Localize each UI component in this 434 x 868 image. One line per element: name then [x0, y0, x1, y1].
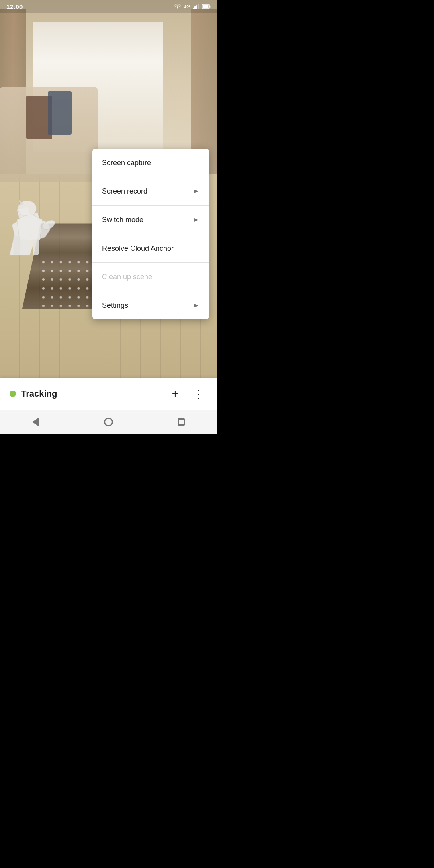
- svg-rect-16: [194, 6, 196, 9]
- add-button[interactable]: +: [169, 384, 182, 403]
- nav-recents-button[interactable]: [170, 415, 193, 429]
- svg-rect-15: [193, 8, 194, 9]
- svg-marker-3: [17, 215, 42, 240]
- menu-item-settings[interactable]: Settings ►: [92, 291, 209, 319]
- wifi-icon: [174, 4, 181, 9]
- status-icons: 4G: [174, 4, 211, 10]
- menu-item-resolve-cloud-anchor-label: Resolve Cloud Anchor: [102, 244, 174, 253]
- switch-mode-chevron-icon: ►: [193, 216, 199, 223]
- screen-record-chevron-icon: ►: [193, 188, 199, 195]
- nav-home-button[interactable]: [96, 414, 121, 430]
- nav-recents-icon: [178, 418, 185, 426]
- svg-rect-17: [196, 5, 197, 9]
- tracking-section: Tracking: [10, 389, 57, 399]
- menu-item-screen-capture[interactable]: Screen capture: [92, 149, 209, 177]
- menu-item-clean-up-scene-label: Clean up scene: [102, 273, 152, 281]
- menu-item-screen-record-label: Screen record: [102, 187, 147, 196]
- menu-item-screen-record[interactable]: Screen record ►: [92, 177, 209, 205]
- nav-home-icon: [104, 418, 113, 426]
- battery-icon: [202, 4, 211, 9]
- bottom-actions: + ⋮: [169, 384, 207, 404]
- settings-chevron-icon: ►: [193, 302, 199, 309]
- network-type-label: 4G: [184, 4, 190, 10]
- tracking-status-dot: [10, 391, 16, 397]
- svg-rect-5: [33, 239, 39, 255]
- signal-icon: [193, 4, 199, 9]
- more-options-button[interactable]: ⋮: [190, 384, 207, 404]
- menu-item-resolve-cloud-anchor[interactable]: Resolve Cloud Anchor: [92, 234, 209, 262]
- svg-rect-4: [20, 239, 27, 255]
- nav-bar: [0, 410, 217, 434]
- nav-back-button[interactable]: [24, 414, 47, 430]
- svg-rect-20: [203, 5, 209, 8]
- tracking-label: Tracking: [21, 389, 57, 399]
- nav-back-icon: [32, 417, 39, 427]
- menu-item-switch-mode[interactable]: Switch mode ►: [92, 206, 209, 234]
- svg-rect-18: [198, 4, 199, 9]
- context-menu: Screen capture Screen record ► Switch mo…: [92, 149, 209, 319]
- svg-rect-6: [13, 236, 19, 256]
- status-bar: 12:00 4G: [0, 0, 217, 13]
- menu-item-screen-capture-label: Screen capture: [102, 159, 151, 167]
- status-time: 12:00: [6, 3, 23, 10]
- sofa-cushion-blue: [48, 91, 72, 135]
- svg-rect-21: [210, 6, 211, 8]
- bottom-bar: Tracking + ⋮: [0, 378, 217, 410]
- menu-item-clean-up-scene: Clean up scene: [92, 263, 209, 291]
- menu-item-switch-mode-label: Switch mode: [102, 216, 143, 224]
- menu-item-settings-label: Settings: [102, 301, 128, 310]
